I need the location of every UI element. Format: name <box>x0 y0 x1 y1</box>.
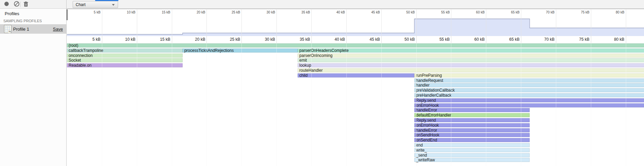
flame-bar[interactable]: Socket <box>67 58 183 62</box>
sidebar: Profiles SAMPLING PROFILES % Profile 1 S… <box>0 9 66 166</box>
trash-icon <box>24 1 28 8</box>
overview-tick-label: 10 kB <box>127 10 137 14</box>
overview-gridline <box>451 9 451 36</box>
flame-bar[interactable]: lookup <box>298 63 644 67</box>
ruler-gridline <box>206 36 207 43</box>
flame-gridline-overlay <box>451 43 451 166</box>
flame-chart[interactable]: (root)callbackTrampolineprocessTicksAndR… <box>67 43 644 166</box>
ruler-gridline <box>556 36 556 43</box>
overview-tick-label: 65 kB <box>511 10 521 14</box>
flame-bar[interactable]: (root) <box>67 43 644 47</box>
flame-bar[interactable]: handleError <box>414 108 530 112</box>
overview-gridline <box>381 9 382 36</box>
overview-gridline <box>416 9 417 36</box>
overview-gridline <box>311 9 312 36</box>
flame-gridline-overlay <box>486 43 486 166</box>
overview-tick-label: 20 kB <box>197 10 207 14</box>
flame-bar[interactable]: onSendHook <box>414 133 530 137</box>
flame-bar[interactable]: defaultErrorHandler <box>414 113 530 117</box>
flame-bar[interactable]: onErrorHook <box>414 123 530 127</box>
flame-bar[interactable]: Reply.send <box>414 118 530 122</box>
overview-gridline <box>591 9 591 36</box>
scrollbar-thumb[interactable] <box>95 0 118 1</box>
memory-overview-area-chart <box>67 9 644 36</box>
ruler-gridline <box>381 36 382 43</box>
toolbar-divider <box>20 2 21 7</box>
flame-bar[interactable]: handleError <box>414 128 530 132</box>
profile-list-item[interactable]: % Profile 1 Save <box>0 24 66 34</box>
ruler-gridline <box>626 36 626 43</box>
overview-gridline <box>137 9 137 36</box>
flame-gridline-overlay <box>591 43 591 166</box>
flame-bar[interactable]: preValidationCallback <box>414 88 644 92</box>
sampling-profiles-heading: SAMPLING PROFILES <box>3 19 42 23</box>
flame-gridline-overlay <box>137 43 137 166</box>
flame-bar[interactable]: runPreParsing <box>414 73 644 77</box>
flame-gridline-overlay <box>276 43 277 166</box>
profiles-heading: Profiles <box>5 11 19 16</box>
flame-bar[interactable]: processTicksAndRejections <box>183 48 298 53</box>
ruler-gridline <box>591 36 591 43</box>
flame-bar[interactable]: _writeRaw <box>414 158 530 162</box>
chart-select-label: Chart <box>76 2 85 7</box>
flame-bar[interactable]: _send <box>414 153 530 157</box>
flame-bar[interactable]: onErrorHook <box>414 103 644 107</box>
ruler-tick-label: 25 kB <box>230 37 242 42</box>
overview-tick-label: 40 kB <box>336 10 346 14</box>
flame-gridline-overlay <box>241 43 242 166</box>
clear-button[interactable] <box>13 1 20 8</box>
chevron-down-icon <box>112 4 115 6</box>
flame-bar[interactable]: write_ <box>414 148 530 152</box>
memory-overview-pane[interactable]: 5 kB10 kB15 kB20 kB25 kB30 kB35 kB40 kB4… <box>67 9 644 36</box>
flame-bar[interactable]: routeHandler <box>298 68 644 72</box>
overview-gridline <box>102 9 102 36</box>
overview-tick-label: 30 kB <box>267 10 277 14</box>
flame-bar[interactable]: callbackTrampoline <box>67 48 183 53</box>
flame-bar[interactable]: onconnection <box>67 54 183 58</box>
toolbar: Chart <box>0 0 644 9</box>
ruler-tick-label: 5 kB <box>92 37 102 42</box>
flame-bar[interactable]: preHandlerCallback <box>414 93 644 97</box>
overview-tick-label: 55 kB <box>441 10 451 14</box>
flame-bar[interactable]: handler <box>414 83 644 87</box>
delete-profile-button[interactable] <box>22 1 30 8</box>
flame-bar[interactable]: emit <box>298 58 644 62</box>
ruler-tick-label: 15 kB <box>160 37 172 42</box>
overview-resize-handle[interactable] <box>67 9 68 20</box>
chart-view-select[interactable]: Chart <box>73 1 118 8</box>
profile-name: Profile 1 <box>13 27 29 32</box>
ruler-gridline <box>102 36 102 43</box>
overview-gridline <box>276 9 277 36</box>
ruler-tick-label: 20 kB <box>195 37 207 42</box>
ruler-tick-label: 55 kB <box>440 37 451 42</box>
overview-gridline <box>626 9 626 36</box>
record-button[interactable] <box>3 1 10 8</box>
ruler-tick-label: 50 kB <box>405 37 416 42</box>
flame-bar[interactable]: Readable.on <box>67 63 183 67</box>
record-circle-icon <box>4 1 9 7</box>
overview-tick-label: 70 kB <box>546 10 556 14</box>
flame-bar[interactable]: Reply.send <box>414 98 644 102</box>
ruler-tick-label: 60 kB <box>475 37 486 42</box>
overview-tick-label: 45 kB <box>371 10 381 14</box>
flame-bar[interactable]: end <box>414 143 530 147</box>
panel-divider <box>66 0 67 166</box>
size-ruler: 5 kB10 kB15 kB20 kB25 kB30 kB35 kB40 kB4… <box>67 36 644 43</box>
ruler-tick-label: 70 kB <box>544 37 556 42</box>
sampling-profile-icon: % <box>4 25 11 33</box>
ruler-tick-label: 30 kB <box>265 37 276 42</box>
flame-bar[interactable]: parserOnHeadersComplete <box>298 48 644 53</box>
ruler-tick-label: 40 kB <box>335 37 346 42</box>
chart-area: 5 kB10 kB15 kB20 kB25 kB30 kB35 kB40 kB4… <box>67 9 644 166</box>
block-icon <box>14 1 20 8</box>
flame-bar[interactable]: child <box>298 73 414 77</box>
ruler-gridline <box>451 36 451 43</box>
save-profile-link[interactable]: Save <box>53 27 63 32</box>
ruler-gridline <box>346 36 347 43</box>
flame-bar[interactable]: parserOnIncoming <box>298 54 644 58</box>
flame-bar[interactable]: handleRequest <box>414 78 644 82</box>
flame-bar[interactable]: onSendEnd <box>414 138 530 142</box>
ruler-gridline <box>172 36 172 43</box>
flame-gridline-overlay <box>626 43 626 166</box>
flame-gridline-overlay <box>556 43 556 166</box>
